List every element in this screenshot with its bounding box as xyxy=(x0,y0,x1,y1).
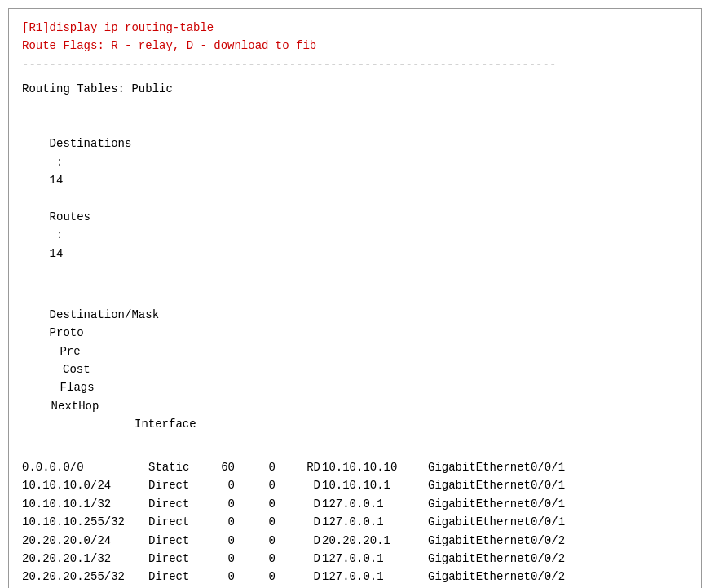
cell-nexthop: 127.0.0.1 xyxy=(322,513,428,531)
section-title: Routing Tables: Public xyxy=(22,80,688,98)
col-header-cost: Cost xyxy=(50,360,90,378)
cell-cost: 0 xyxy=(235,495,276,513)
cell-cost: 0 xyxy=(235,532,276,550)
cell-flags: D xyxy=(276,513,320,531)
cell-dest: 20.20.20.1/32 xyxy=(22,550,148,568)
cell-iface: GigabitEthernet0/0/1 xyxy=(428,513,591,531)
cell-cost: 0 xyxy=(235,513,276,531)
cell-iface: GigabitEthernet0/0/2 xyxy=(428,550,591,568)
divider-line: ----------------------------------------… xyxy=(22,55,688,73)
cell-cost: 0 xyxy=(235,458,276,476)
cell-flags: D xyxy=(276,495,320,513)
cell-nexthop: 127.0.0.1 xyxy=(322,495,428,513)
cell-nexthop: 20.20.20.1 xyxy=(322,532,428,550)
col-header-iface: Interface xyxy=(50,415,196,433)
colon2: : xyxy=(50,228,70,241)
command-line: [R1]display ip routing-table xyxy=(22,19,688,37)
cell-proto: Static xyxy=(148,458,204,476)
cell-proto: Direct xyxy=(148,550,204,568)
destinations-label: Destinations xyxy=(50,137,132,150)
table-row: 20.20.20.1/32Direct00D127.0.0.1GigabitEt… xyxy=(22,550,688,568)
cell-dest: 20.20.20.255/32 xyxy=(22,568,148,586)
cell-proto: Direct xyxy=(148,568,204,586)
cell-flags: D xyxy=(276,532,320,550)
cell-cost: 0 xyxy=(235,550,276,568)
cell-proto: Direct xyxy=(148,495,204,513)
table-row: 20.20.20.255/32Direct00D127.0.0.1Gigabit… xyxy=(22,568,688,586)
col-header-pre: Pre xyxy=(50,343,81,360)
cell-flags: D xyxy=(276,550,320,568)
cell-nexthop: 10.10.10.1 xyxy=(322,476,428,494)
cell-iface: GigabitEthernet0/0/1 xyxy=(428,458,591,476)
cell-proto: Direct xyxy=(148,532,204,550)
col-header-flags: Flags xyxy=(50,378,95,396)
cell-cost: 0 xyxy=(235,476,276,494)
cell-dest: 0.0.0.0/0 xyxy=(22,458,148,476)
table-row: 10.10.10.255/32Direct00D127.0.0.1Gigabit… xyxy=(22,513,688,531)
cell-iface: GigabitEthernet0/0/1 xyxy=(428,495,591,513)
cell-proto: Direct xyxy=(148,513,204,531)
cell-flags: RD xyxy=(276,458,320,476)
cell-dest: 20.20.20.0/24 xyxy=(22,532,148,550)
table-header-row: Destination/Mask Proto Pre Cost Flags Ne… xyxy=(22,287,688,452)
cell-flags: D xyxy=(276,568,320,586)
table-row: 0.0.0.0/0Static600RD10.10.10.10GigabitEt… xyxy=(22,458,688,476)
cell-dest: 10.10.10.255/32 xyxy=(22,513,148,531)
cell-nexthop: 127.0.0.1 xyxy=(322,550,428,568)
cell-iface: GigabitEthernet0/0/1 xyxy=(428,476,591,494)
routes-label: Routes xyxy=(50,210,90,223)
cell-cost: 0 xyxy=(235,568,276,586)
col-header-dest: Destination/Mask xyxy=(50,306,176,324)
cell-pre: 0 xyxy=(204,550,235,568)
cell-nexthop: 10.10.10.10 xyxy=(322,458,428,476)
cell-iface: GigabitEthernet0/0/2 xyxy=(428,532,591,550)
table-row: 20.20.20.0/24Direct00D20.20.20.1GigabitE… xyxy=(22,532,688,550)
cell-dest: 10.10.10.1/32 xyxy=(22,495,148,513)
summary-line: Destinations : 14 Routes : 14 xyxy=(22,99,688,281)
cell-pre: 0 xyxy=(204,513,235,531)
terminal-window: [R1]display ip routing-table Route Flags… xyxy=(8,8,702,588)
cell-dest: 10.10.10.0/24 xyxy=(22,476,148,494)
cell-pre: 0 xyxy=(204,568,235,586)
col-header-proto: Proto xyxy=(50,324,105,342)
destinations-value: 14 xyxy=(50,174,64,187)
cell-nexthop: 127.0.0.1 xyxy=(322,568,428,586)
cell-pre: 0 xyxy=(204,476,235,494)
routes-value: 14 xyxy=(50,247,64,260)
colon1: : xyxy=(50,156,70,169)
cell-iface: GigabitEthernet0/0/2 xyxy=(428,568,591,586)
cell-pre: 0 xyxy=(204,495,235,513)
routes-container: 0.0.0.0/0Static600RD10.10.10.10GigabitEt… xyxy=(22,458,688,588)
flags-desc: Route Flags: R - relay, D - download to … xyxy=(22,37,688,55)
col-header-nexthop: NextHop xyxy=(51,397,157,415)
cell-flags: D xyxy=(276,476,320,494)
table-row: 10.10.10.0/24Direct00D10.10.10.1GigabitE… xyxy=(22,476,688,494)
table-row: 10.10.10.1/32Direct00D127.0.0.1GigabitEt… xyxy=(22,495,688,513)
cell-proto: Direct xyxy=(148,476,204,494)
cell-pre: 0 xyxy=(204,532,235,550)
cell-pre: 60 xyxy=(204,458,235,476)
